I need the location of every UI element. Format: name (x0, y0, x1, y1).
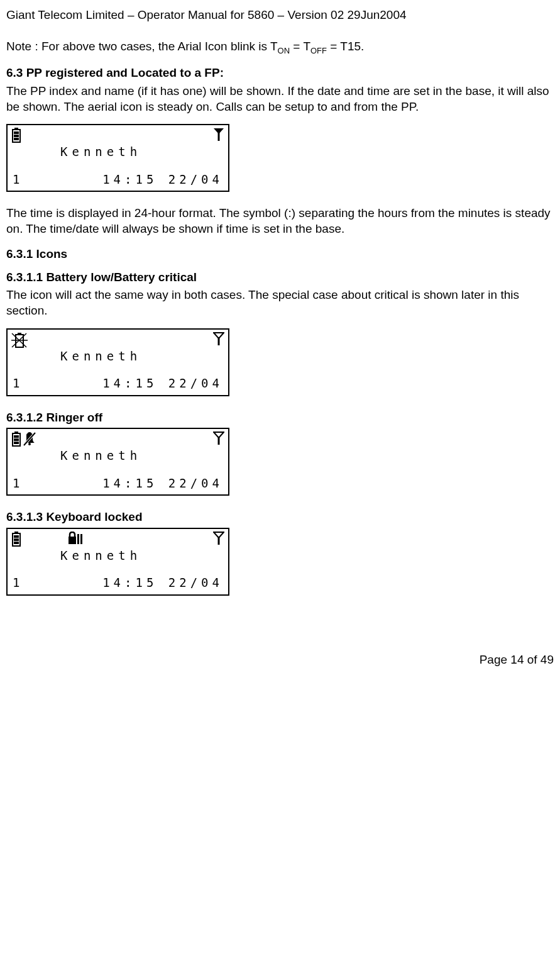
page-footer: Page 14 of 49 (6, 652, 554, 668)
ringer-off-icon (23, 432, 36, 447)
svg-rect-14 (14, 435, 19, 438)
lcd-display-normal: Kenneth 1 14:15 22/04 (6, 124, 229, 192)
lcd-timedate: 14:15 22/04 (102, 376, 223, 391)
note-mid: = T (290, 40, 310, 53)
lcd-name: Kenneth (11, 144, 224, 160)
section-6-3-1-1-title: 6.3.1.1 Battery low/Battery critical (6, 270, 554, 286)
svg-rect-3 (14, 135, 19, 137)
antenna-icon (213, 532, 224, 545)
antenna-icon (213, 432, 224, 445)
lcd-display-battery-low: Kenneth 1 14:15 22/04 (6, 328, 229, 396)
lcd-name: Kenneth (11, 548, 224, 564)
svg-rect-16 (14, 442, 19, 444)
lcd-index: 1 (13, 376, 23, 391)
lcd-timedate: 14:15 22/04 (102, 476, 223, 491)
lcd-timedate: 14:15 22/04 (102, 172, 223, 187)
note-text: Note : For above two cases, the Arial Ic… (6, 40, 278, 53)
svg-rect-20 (218, 437, 220, 445)
doc-header: Giant Telecom Limited – Operator Manual … (6, 8, 554, 23)
lcd-name: Kenneth (11, 448, 224, 464)
svg-rect-15 (14, 438, 19, 441)
svg-rect-2 (14, 131, 19, 134)
svg-rect-11 (218, 337, 220, 345)
svg-rect-23 (14, 535, 19, 538)
note-line: Note : For above two cases, the Arial Ic… (6, 39, 554, 57)
battery-full-icon (11, 432, 21, 447)
lcd-index: 1 (13, 575, 23, 591)
battery-full-icon (11, 128, 21, 143)
section-6-3-after: The time is displayed in 24-hour format.… (6, 206, 554, 237)
lcd-timedate: 14:15 22/04 (102, 575, 223, 591)
battery-full-icon (11, 532, 21, 547)
section-6-3-title: 6.3 PP registered and Located to a FP: (6, 65, 554, 81)
antenna-icon (213, 332, 224, 346)
section-6-3-body: The PP index and name (if it has one) wi… (6, 84, 554, 114)
lcd-display-keyboard-locked: Kenneth 1 14:15 22/04 (6, 528, 229, 596)
svg-rect-27 (77, 534, 79, 544)
lock-icon (68, 532, 83, 545)
lcd-index: 1 (13, 172, 23, 187)
lcd-display-ringer-off: Kenneth 1 14:15 22/04 (6, 428, 229, 496)
section-6-3-1-title: 6.3.1 Icons (6, 247, 554, 262)
note-sub-off: OFF (310, 45, 327, 55)
section-6-3-1-2-title: 6.3.1.2 Ringer off (6, 410, 554, 426)
svg-rect-26 (69, 537, 76, 544)
section-6-3-1-1-body: The icon will act the same way in both c… (6, 287, 554, 318)
svg-rect-28 (80, 534, 82, 544)
lcd-index: 1 (13, 476, 23, 491)
svg-rect-25 (14, 542, 19, 544)
svg-rect-24 (14, 538, 19, 541)
section-6-3-1-3-title: 6.3.1.3 Keyboard locked (6, 510, 554, 525)
note-sub-on: ON (278, 45, 290, 55)
svg-point-17 (28, 443, 31, 445)
svg-rect-5 (218, 133, 220, 141)
svg-rect-4 (14, 138, 19, 140)
note-end: = T15. (327, 40, 364, 53)
battery-low-icon (11, 332, 28, 348)
svg-rect-29 (218, 537, 220, 545)
antenna-icon (213, 128, 224, 142)
lcd-name: Kenneth (11, 348, 224, 364)
